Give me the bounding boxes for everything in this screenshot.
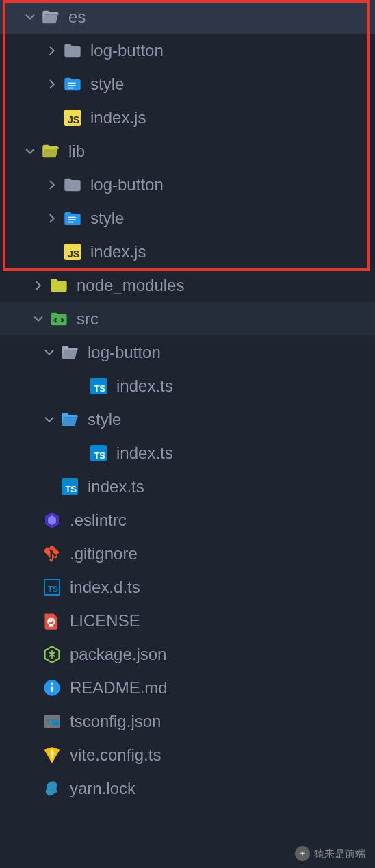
tree-item-lib-logbutton[interactable]: log-button: [0, 168, 375, 201]
tree-item-label: vite.config.ts: [70, 745, 161, 765]
tree-item-label: README.md: [70, 678, 168, 698]
tree-item-viteconfig[interactable]: vite.config.ts: [0, 738, 375, 771]
tree-item-yarnlock[interactable]: yarn.lock: [0, 771, 375, 805]
tree-item-label: log-button: [90, 41, 164, 60]
folder-code-icon: [49, 309, 68, 329]
info-icon: [42, 678, 62, 698]
tree-item-src-logbutton[interactable]: log-button: [0, 335, 375, 369]
tree-item-label: index.ts: [116, 444, 173, 463]
tree-item-src[interactable]: src: [0, 302, 375, 335]
folder-open-icon: [41, 8, 60, 27]
eslint-icon: [42, 511, 62, 530]
tree-item-es-style[interactable]: style: [0, 67, 375, 101]
tree-item-label: node_modules: [77, 276, 184, 295]
tree-item-tsconfig[interactable]: tsconfig.json: [0, 704, 375, 738]
chevron-down-icon: [23, 144, 37, 158]
tree-item-label: index.d.ts: [70, 578, 140, 597]
watermark-text: 猿来是前端: [314, 847, 365, 860]
chevron-right-icon: [31, 279, 45, 292]
tree-item-label: style: [90, 75, 124, 94]
tree-item-lib[interactable]: lib: [0, 134, 375, 168]
tree-item-src-style-index[interactable]: TS index.ts: [0, 436, 375, 470]
tree-item-src-logbutton-index[interactable]: TS index.ts: [0, 369, 375, 403]
tree-item-label: LICENSE: [70, 611, 140, 630]
tree-item-license[interactable]: LICENSE: [0, 604, 375, 637]
folder-open-icon: [41, 142, 60, 161]
watermark: ✦ 猿来是前端: [295, 846, 365, 861]
js-file-icon: JS: [63, 108, 82, 127]
tree-item-es-logbutton[interactable]: log-button: [0, 34, 375, 67]
tree-item-label: index.ts: [88, 477, 144, 496]
tree-item-readme[interactable]: README.md: [0, 671, 375, 704]
folder-open-icon: [60, 410, 79, 429]
folder-icon: [63, 41, 82, 60]
tsconfig-icon: [42, 712, 62, 731]
chevron-right-icon: [45, 178, 59, 192]
tree-item-es-index[interactable]: JS index.js: [0, 101, 375, 134]
tree-item-label: tsconfig.json: [70, 712, 161, 731]
tree-item-gitignore[interactable]: .gitignore: [0, 537, 375, 570]
tree-item-es[interactable]: es: [0, 0, 375, 34]
tree-item-label: log-button: [88, 343, 161, 362]
tree-item-label: yarn.lock: [70, 779, 135, 798]
folder-icon: [63, 175, 82, 194]
git-icon: [42, 544, 62, 563]
nodejs-icon: [42, 645, 62, 664]
tree-item-src-index[interactable]: TS index.ts: [0, 470, 375, 503]
tree-item-label: lib: [68, 142, 85, 161]
tree-item-label: index.ts: [116, 376, 173, 396]
chevron-down-icon: [42, 346, 56, 359]
tree-item-indexdts[interactable]: TS index.d.ts: [0, 570, 375, 604]
tree-item-packagejson[interactable]: package.json: [0, 637, 375, 671]
ts-file-icon: TS: [60, 477, 79, 496]
folder-icon: [49, 276, 68, 295]
ts-file-icon: TS: [89, 376, 108, 396]
tree-item-lib-index[interactable]: JS index.js: [0, 235, 375, 268]
ts-def-file-icon: TS: [42, 578, 62, 597]
tree-item-eslintrc[interactable]: .eslintrc: [0, 503, 375, 537]
chevron-right-icon: [45, 44, 59, 58]
tree-item-src-style[interactable]: style: [0, 403, 375, 436]
tree-item-label: style: [88, 410, 121, 429]
tree-item-label: style: [90, 209, 124, 228]
tree-item-label: index.js: [90, 242, 146, 261]
js-file-icon: JS: [63, 242, 82, 261]
tree-item-label: log-button: [90, 175, 164, 194]
chevron-down-icon: [31, 312, 45, 326]
chevron-down-icon: [42, 413, 56, 426]
file-tree: es log-button style JS index.js lib log-…: [0, 0, 375, 805]
tree-item-label: src: [77, 309, 99, 329]
tree-item-label: es: [68, 8, 86, 27]
tree-item-node-modules[interactable]: node_modules: [0, 268, 375, 302]
chevron-right-icon: [45, 77, 59, 91]
folder-open-icon: [60, 343, 79, 362]
chevron-right-icon: [45, 212, 59, 225]
tree-item-label: .gitignore: [70, 544, 138, 563]
folder-icon: [63, 75, 82, 94]
tree-item-lib-style[interactable]: style: [0, 201, 375, 235]
yarn-icon: [42, 779, 62, 798]
folder-icon: [63, 209, 82, 228]
wechat-icon: ✦: [295, 846, 310, 861]
license-icon: [42, 611, 62, 630]
tree-item-label: .eslintrc: [70, 511, 127, 530]
ts-file-icon: TS: [89, 444, 108, 463]
tree-item-label: index.js: [90, 108, 146, 127]
chevron-down-icon: [23, 10, 37, 24]
tree-item-label: package.json: [70, 645, 166, 664]
vite-icon: [42, 745, 62, 765]
